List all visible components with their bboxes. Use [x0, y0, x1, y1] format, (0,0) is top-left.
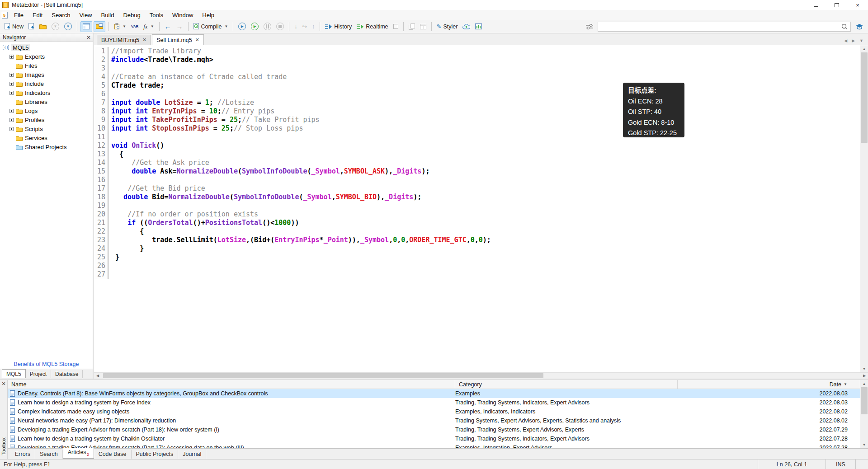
editor-tab-buylimit.mq5[interactable]: BUYLIMIT.mq5✕	[97, 35, 151, 45]
tab-close-icon[interactable]: ✕	[195, 37, 199, 43]
expand-icon[interactable]	[9, 82, 14, 86]
pause-button[interactable]	[262, 21, 273, 32]
article-row[interactable]: Learn how to design a trading system by …	[8, 398, 860, 407]
toolbox-tab-articles[interactable]: Articles2	[63, 448, 94, 459]
toolbox-tab-journal[interactable]: Journal	[178, 450, 206, 459]
tree-root-mql5[interactable]: {)MQL5	[0, 43, 93, 52]
start-debug-button[interactable]: ▶	[236, 21, 248, 32]
step-out-button[interactable]: ↑	[310, 21, 316, 32]
education-button[interactable]	[854, 21, 865, 32]
menu-debug[interactable]: Debug	[118, 11, 145, 19]
restore-button[interactable]	[826, 0, 847, 10]
mql5-storage-link[interactable]: Benefits of MQL5 Storage	[0, 360, 93, 369]
navigator-tab-project[interactable]: Project	[26, 370, 51, 378]
expand-icon[interactable]	[9, 118, 14, 122]
option-checkbox-button[interactable]	[392, 21, 400, 32]
tree-item-indicators[interactable]: Indicators	[0, 88, 93, 97]
step-into-button[interactable]: ↓	[292, 21, 299, 32]
article-row[interactable]: Developing a trading Expert Advisor from…	[8, 425, 860, 434]
tab-scroll-right-icon[interactable]: ▶	[852, 38, 855, 43]
styler-button[interactable]: ✎ Styler	[435, 21, 460, 32]
search-input[interactable]	[601, 23, 841, 30]
toggle-toolbox-button[interactable]	[94, 21, 105, 32]
insert-function-button[interactable]: fx ▼	[142, 21, 156, 32]
editor-vertical-scrollbar[interactable]: ▲ ▼	[860, 45, 868, 372]
article-row[interactable]: Neural networks made easy (Part 17): Dim…	[8, 416, 860, 425]
expand-icon[interactable]	[9, 55, 14, 59]
menu-search[interactable]: Search	[47, 11, 75, 19]
editor-horizontal-scrollbar[interactable]: ◀ ▶	[94, 372, 868, 379]
open-folder-button[interactable]	[38, 21, 48, 32]
tree-item-files[interactable]: Files	[0, 61, 93, 70]
settings-button[interactable]	[584, 21, 595, 32]
menu-edit[interactable]: Edit	[28, 11, 47, 19]
tab-scroll-left-icon[interactable]: ◀	[844, 38, 847, 43]
tree-item-services[interactable]: Services	[0, 133, 93, 142]
scroll-up-icon[interactable]: ▲	[860, 45, 868, 52]
tree-item-experts[interactable]: Experts	[0, 52, 93, 61]
tree-item-profiles[interactable]: Profiles	[0, 115, 93, 124]
code-editor[interactable]: 1//import Trade Library2#include<Trade\T…	[94, 45, 860, 372]
stop-button[interactable]	[274, 21, 286, 32]
menu-file[interactable]: File	[9, 11, 28, 19]
editor-tab-sell-limit.mq5[interactable]: Sell Limit.mq5✕	[152, 34, 204, 45]
scroll-right-icon[interactable]: ▶	[861, 374, 868, 378]
navigate-back-button[interactable]: ←	[163, 21, 173, 32]
article-row[interactable]: DoEasy. Controls (Part 8): Base WinForms…	[8, 389, 860, 398]
tree-item-shared-projects[interactable]: Shared Projects	[0, 142, 93, 151]
scroll-left-icon[interactable]: ◀	[94, 374, 101, 378]
search-icon[interactable]	[841, 23, 848, 30]
new-button[interactable]: New	[3, 21, 25, 32]
cloud-button[interactable]	[461, 21, 472, 32]
toolbox-tab-errors[interactable]: Errors	[10, 450, 35, 459]
navigator-tab-mql5[interactable]: MQL5	[2, 369, 26, 378]
toolbox-tab-public-projects[interactable]: Public Projects	[132, 450, 179, 459]
scroll-up-icon[interactable]: ▲	[860, 380, 868, 387]
realtime-button[interactable]: Realtime	[355, 21, 390, 32]
article-row[interactable]: Complex indicators made easy using objec…	[8, 407, 860, 416]
expand-icon[interactable]	[9, 127, 14, 131]
menu-build[interactable]: Build	[97, 11, 119, 19]
scroll-down-icon[interactable]: ▼	[860, 441, 868, 448]
history-button[interactable]: History	[323, 21, 354, 32]
navigator-close-icon[interactable]: ✕	[86, 34, 91, 41]
toggle-navigator-button[interactable]	[80, 21, 92, 32]
tab-close-icon[interactable]: ✕	[142, 37, 146, 43]
close-button[interactable]: ×	[847, 0, 868, 10]
insert-variable-button[interactable]: VAR	[129, 21, 140, 32]
article-row[interactable]: Developing a trading Expert Advisor from…	[8, 443, 860, 448]
tree-item-scripts[interactable]: Scripts	[0, 124, 93, 133]
compile-button[interactable]: Compile ▼	[192, 21, 230, 32]
menu-help[interactable]: Help	[198, 11, 219, 19]
menu-window[interactable]: Window	[168, 11, 198, 19]
column-header-category[interactable]: Category	[455, 380, 678, 389]
checkout-disabled-button[interactable]: ▼	[50, 21, 61, 32]
article-row[interactable]: Learn how to design a trading system by …	[8, 434, 860, 443]
expand-icon[interactable]	[9, 109, 14, 113]
toolbox-tab-search[interactable]: Search	[35, 450, 63, 459]
copy-disabled-button[interactable]	[407, 21, 417, 32]
expand-icon[interactable]	[9, 73, 14, 77]
tree-item-images[interactable]: Images	[0, 70, 93, 79]
scroll-down-icon[interactable]: ▼	[860, 365, 868, 372]
column-header-name[interactable]: Name	[8, 380, 455, 389]
toolbox-tab-code-base[interactable]: Code Base	[94, 450, 132, 459]
new-document-button[interactable]	[27, 21, 36, 32]
tree-item-logs[interactable]: Logs	[0, 106, 93, 115]
tab-list-icon[interactable]: ▼	[859, 38, 863, 43]
navigate-forward-button[interactable]: →	[175, 21, 185, 32]
window-disabled-button[interactable]	[418, 21, 428, 32]
expand-icon[interactable]	[9, 91, 14, 95]
charts-button[interactable]	[473, 21, 484, 32]
menu-tools[interactable]: Tools	[145, 11, 168, 19]
column-header-date[interactable]: Date ▼	[678, 380, 860, 389]
menu-view[interactable]: View	[75, 11, 97, 19]
step-over-button[interactable]: ↪	[301, 21, 309, 32]
tree-item-include[interactable]: Include	[0, 79, 93, 88]
toolbox-close-icon[interactable]: ✕	[1, 380, 5, 387]
tree-item-libraries[interactable]: Libraries	[0, 97, 93, 106]
storage-update-button[interactable]: ▼	[62, 21, 74, 32]
table-vertical-scrollbar[interactable]: ▲ ▼	[860, 380, 868, 448]
navigator-tab-database[interactable]: Database	[51, 370, 83, 378]
minimize-button[interactable]	[806, 0, 826, 10]
